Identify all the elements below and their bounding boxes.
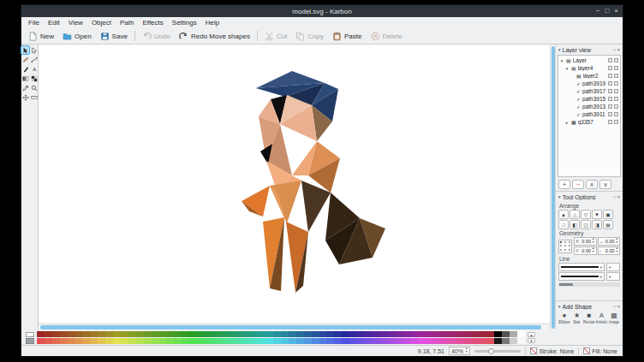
- maximize-button[interactable]: □: [605, 8, 609, 15]
- align-center-button[interactable]: ◫: [581, 220, 591, 229]
- palette-scroll-up-button[interactable]: ▲: [528, 332, 535, 337]
- bezier-tool-button[interactable]: [30, 56, 38, 63]
- expander-icon[interactable]: ▾: [564, 66, 569, 71]
- color-swatch[interactable]: [365, 338, 373, 344]
- color-swatch[interactable]: [357, 331, 365, 337]
- color-swatch[interactable]: [380, 331, 388, 337]
- color-swatch[interactable]: [113, 331, 121, 337]
- line-width-combo[interactable]: ▾: [558, 272, 605, 281]
- artwork-polygon[interactable]: [270, 181, 301, 223]
- lock-toggle[interactable]: [614, 74, 618, 78]
- color-swatch[interactable]: [319, 331, 327, 337]
- color-swatch[interactable]: [342, 338, 349, 344]
- vertical-scrollbar[interactable]: [550, 45, 556, 330]
- redo-move-shapes-button[interactable]: Redo Move shapes: [176, 30, 253, 43]
- save-button[interactable]: Save: [97, 30, 131, 43]
- color-swatch[interactable]: [105, 338, 113, 344]
- line-join-combo[interactable]: ▾: [606, 272, 620, 281]
- width-field[interactable]: ↔ 0.00 ▲▼: [598, 237, 621, 246]
- line-style-combo[interactable]: ▾: [558, 263, 605, 271]
- pattern-tool-button[interactable]: [30, 74, 38, 82]
- color-swatch[interactable]: [517, 331, 525, 337]
- lock-toggle[interactable]: [614, 66, 618, 70]
- color-swatch[interactable]: [304, 338, 312, 344]
- add-ellipse-button[interactable]: ●Ellipse: [558, 312, 570, 324]
- color-swatch[interactable]: [236, 338, 243, 344]
- pencil-tool-button[interactable]: [21, 56, 29, 63]
- color-swatch[interactable]: [197, 331, 205, 337]
- color-swatch[interactable]: [152, 338, 159, 344]
- color-swatch[interactable]: [342, 331, 349, 337]
- stroke-indicator[interactable]: Stroke: None: [530, 347, 574, 354]
- color-swatch[interactable]: [166, 338, 174, 344]
- tool-options-scrollbar-thumb[interactable]: [559, 283, 573, 286]
- add-shape-header[interactable]: ▾ Add Shape ▫×: [556, 301, 623, 312]
- color-swatch[interactable]: [357, 338, 365, 344]
- raise-button[interactable]: △: [569, 210, 580, 219]
- color-swatch[interactable]: [159, 338, 167, 344]
- zoom-combo[interactable]: 40% ▲▼: [449, 347, 470, 355]
- expander-icon[interactable]: ▸: [564, 120, 569, 125]
- color-swatch[interactable]: [182, 338, 189, 344]
- menu-view[interactable]: View: [64, 19, 87, 27]
- color-swatch[interactable]: [433, 331, 441, 337]
- add-image-button[interactable]: ▦Image: [608, 312, 620, 324]
- height-field[interactable]: ↕ 0.00 ▲▼: [598, 246, 621, 255]
- y-position-field[interactable]: Y: 0.00 ▲▼: [574, 246, 597, 255]
- color-swatch[interactable]: [396, 338, 403, 344]
- color-swatch[interactable]: [388, 331, 396, 337]
- color-swatch[interactable]: [52, 338, 60, 344]
- color-swatch[interactable]: [212, 331, 220, 337]
- color-swatch[interactable]: [90, 338, 98, 344]
- position-anchor-selector[interactable]: [558, 240, 572, 253]
- tool-options-scrollbar[interactable]: [558, 282, 620, 287]
- color-swatch[interactable]: [182, 331, 189, 337]
- color-swatch[interactable]: [52, 331, 60, 337]
- lock-toggle[interactable]: [614, 89, 618, 93]
- float-docker-button[interactable]: ▫: [613, 304, 615, 309]
- layer-row[interactable]: ✓path3913: [558, 103, 620, 110]
- color-swatch[interactable]: [464, 331, 472, 337]
- send-to-back-button[interactable]: ▼: [592, 210, 602, 219]
- layer-row[interactable]: ▤layer2: [558, 72, 620, 80]
- layer-row[interactable]: ▸▦g3357: [558, 118, 620, 126]
- spin-arrows[interactable]: ▲▼: [592, 247, 594, 253]
- color-swatch[interactable]: [121, 331, 128, 337]
- menu-object[interactable]: Object: [87, 19, 116, 27]
- color-swatch[interactable]: [449, 338, 456, 344]
- color-swatch[interactable]: [68, 331, 75, 337]
- menu-settings[interactable]: Settings: [168, 19, 201, 27]
- color-swatch[interactable]: [349, 338, 357, 344]
- collapse-icon[interactable]: ▾: [558, 194, 561, 199]
- color-swatch[interactable]: [472, 338, 480, 344]
- color-swatch[interactable]: [242, 331, 250, 337]
- menu-edit[interactable]: Edit: [44, 19, 64, 27]
- color-swatch[interactable]: [121, 338, 128, 344]
- lock-toggle[interactable]: [614, 104, 618, 109]
- fill-indicator[interactable]: Fill: None: [583, 347, 617, 354]
- layer-row[interactable]: ✓path3911: [558, 110, 620, 118]
- delete-layer-button[interactable]: −: [572, 180, 584, 189]
- menu-file[interactable]: File: [24, 19, 44, 27]
- visibility-toggle[interactable]: [608, 58, 612, 62]
- color-swatch[interactable]: [418, 338, 426, 344]
- color-swatch[interactable]: [326, 338, 334, 344]
- color-swatch[interactable]: [456, 338, 464, 344]
- color-swatch[interactable]: [45, 338, 52, 344]
- color-swatch[interactable]: [159, 331, 167, 337]
- color-swatch[interactable]: [403, 331, 411, 337]
- color-swatch[interactable]: [82, 331, 90, 337]
- color-swatch[interactable]: [388, 338, 396, 344]
- lock-toggle[interactable]: [614, 97, 618, 101]
- add-layer-button[interactable]: +: [558, 180, 570, 189]
- zoom-slider-knob[interactable]: [488, 348, 494, 354]
- add-rectan-button[interactable]: ■Rectan...: [583, 312, 595, 324]
- color-swatch[interactable]: [396, 331, 403, 337]
- close-docker-button[interactable]: ×: [617, 194, 620, 199]
- color-swatch[interactable]: [228, 338, 236, 344]
- color-swatch[interactable]: [326, 331, 334, 337]
- color-swatch[interactable]: [197, 338, 205, 344]
- color-swatch[interactable]: [502, 338, 510, 344]
- color-swatch[interactable]: [98, 338, 105, 344]
- no-color-swatch[interactable]: [26, 332, 34, 344]
